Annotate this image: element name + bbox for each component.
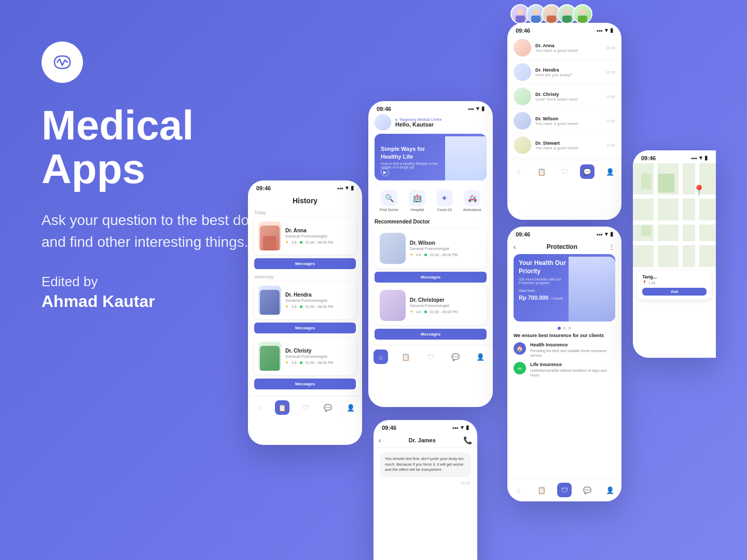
msg-hendra-preview: How are you today? [535,73,602,77]
nav-person[interactable]: 👤 [343,400,358,415]
price-period: / month [551,297,563,300]
nav-home[interactable]: ⌂ [252,400,267,415]
dot-3 [568,327,571,330]
price-value: Rp 700.000 [519,295,548,301]
protection-banner: Your Health Our Priority Get more benefi… [514,254,615,321]
action-hospital[interactable]: 🏥 Hospital [409,190,425,212]
history-title: History [254,193,356,209]
phone-protection: 09:46 ▪▪▪▾▮ ‹ Protection ⋮ Your Health O… [507,227,621,501]
action-hospital-label: Hospital [411,208,424,212]
hendra-rating: 4.8 [292,305,297,309]
nav4-shield[interactable]: 🛡 [557,483,572,497]
nav3-clipboard[interactable]: 📋 [534,164,549,179]
nav4-clipboard[interactable]: 📋 [534,483,549,497]
wilson-rating: 4.8 [416,253,421,257]
insurance-section: We ensure best insurence for our clients… [507,330,621,385]
protection-title: Protection [547,243,577,250]
action-ambulance[interactable]: 🚑 Ambulance [463,190,481,212]
phone6-time: 09:46 [641,155,656,161]
msg-christy-name: Dr. Christy [535,92,602,97]
hendra-hours: 01:00 - 06:00 PM [306,305,334,309]
nav2-home[interactable]: ⌂ [374,349,388,364]
hendra-name: Dr. Hendra [285,292,352,298]
doctor-card-christy: Dr. Christy General Pulmonologist ★ 4.8 … [254,338,356,375]
banner-title: Simple Ways for Healthy Life [381,145,438,160]
more-options[interactable]: ⋮ [608,243,615,251]
chat-bubble: You should rest first, don't push your b… [380,452,471,477]
msg-anna[interactable]: Dr. Anna You have a good heart! 12:45 [507,36,621,60]
nav2-person[interactable]: 👤 [473,349,488,364]
call-icon[interactable]: 📞 [463,436,472,444]
doctor-card-anna: Dr. Anna General Pulmonologist ★ 4.8 01:… [254,217,356,255]
health-insurance-icon: 🏠 [514,342,526,355]
action-ambulance-label: Ambulance [463,208,481,212]
nav2-chat[interactable]: 💬 [448,349,463,364]
msg-christy[interactable]: Dr. Christy Cool! You'll better soon 12:… [507,85,621,109]
map-pin: 📍 [693,184,706,197]
nav2-shield[interactable]: 🛡 [423,349,438,364]
msg-wilson-name: Dr. Wilson [535,116,602,121]
nav-clipboard[interactable]: 📋 [275,400,289,415]
life-insurance-icon: ∞ [514,362,526,374]
banner-sub: How to find a healthy lifestyle in the m… [381,162,438,169]
health-insurance-item: 🏠 Health Insurence Providing the best an… [514,342,615,358]
phone1-bottom-nav: ⌂ 📋 🛡 💬 👤 [248,396,362,419]
chat-back-btn[interactable]: ‹ [379,436,381,444]
phone1-time: 09:46 [256,185,271,191]
nav4-chat[interactable]: 💬 [580,483,594,497]
doctor-card-christoper: Dr. Christoper General Pulmonologist ★ 4… [375,286,487,325]
action-find-doctor[interactable]: 🔍 Find Doctor [380,190,398,212]
insurance-title: We ensure best insurence for our clients [514,333,615,338]
christoper-hours: 01:00 - 08:00 PM [430,310,458,314]
msg-stewart[interactable]: Dr. Stewart You have a good heart! 12:45 [507,133,621,158]
christoper-messages-btn[interactable]: Messages [375,329,487,340]
msg-stewart-time: 12:45 [606,144,615,147]
doctor-card-wilson: Dr. Wilson General Pulmonologist ★ 4.8 0… [375,229,487,268]
phone4-time: 09:46 [516,231,530,237]
msg-anna-name: Dr. Anna [535,43,602,48]
phone-messages: 09:46 ▪▪▪▾▮ Dr. Anna You have a good hea… [507,23,621,220]
anna-hours: 01:00 - 06:00 PM [306,241,334,244]
nav3-shield[interactable]: 🛡 [557,164,572,179]
greeting: Hello, Kautsar [395,121,441,128]
nav4-home[interactable]: ⌂ [511,483,526,497]
nav3-chat[interactable]: 💬 [580,164,594,179]
nav-shield[interactable]: 🛡 [298,400,312,415]
phone3-time: 09:46 [516,27,530,34]
nav2-clipboard[interactable]: 📋 [398,349,413,364]
anna-messages-btn[interactable]: Messages [254,258,356,269]
action-covid[interactable]: ✚ Covid-19 [436,190,453,212]
wilson-name: Dr. Wilson [410,240,481,246]
phone-home: 09:46 ▪▪▪▾▮ ● Tangerang Medical Centre H… [368,101,493,407]
wilson-spec: General Pulmonologist [410,246,481,251]
logo-circle [42,41,83,83]
prot-banner-title: Your Health Our Priority [519,259,571,275]
protection-header: ‹ Protection ⋮ [507,240,621,254]
hendra-messages-btn[interactable]: Messages [254,323,356,333]
christy-name: Dr. Christy [285,348,352,354]
back-button[interactable]: ‹ [514,243,516,251]
visit-button[interactable]: Visit [642,288,707,296]
clinic-card: Tang... 📍 1.2k Visit [637,270,712,300]
msg-hendra[interactable]: Dr. Hendra How are you today? 12:45 [507,60,621,85]
dot-2 [563,327,566,330]
msg-wilson[interactable]: Dr. Wilson You have a good heart! 12:45 [507,109,621,133]
chat-time: 12:10 [374,481,477,485]
christoper-name: Dr. Christoper [410,297,481,303]
phone4-bottom-nav: ⌂ 📋 🛡 💬 👤 [507,478,621,501]
wilson-messages-btn[interactable]: Messages [375,272,487,283]
christy-messages-btn[interactable]: Messages [254,379,356,389]
today-label: Today [254,209,356,217]
phone-chat: 09:46 ▪▪▪▾▮ ‹ Dr. James 📞 You should res… [374,420,477,560]
location-label: Tangerang Medical Centre [399,118,441,121]
nav4-person[interactable]: 👤 [603,483,617,497]
nav3-home[interactable]: ⌂ [511,164,526,179]
phone-map: 09:46 ▪▪▪▾▮ 📍 Tang... 📍 1.2k Visit [633,150,716,358]
clinic-distance: 📍 1.2k [642,281,707,285]
nav-chat[interactable]: 💬 [321,400,335,415]
home-banner: Simple Ways for Healthy Life How to find… [375,134,487,180]
nav3-person[interactable]: 👤 [603,164,617,179]
hendra-spec: General Pulmonologist [285,298,352,303]
msg-christy-time: 12:45 [606,95,615,99]
msg-anna-preview: You have a good heart! [535,48,602,53]
